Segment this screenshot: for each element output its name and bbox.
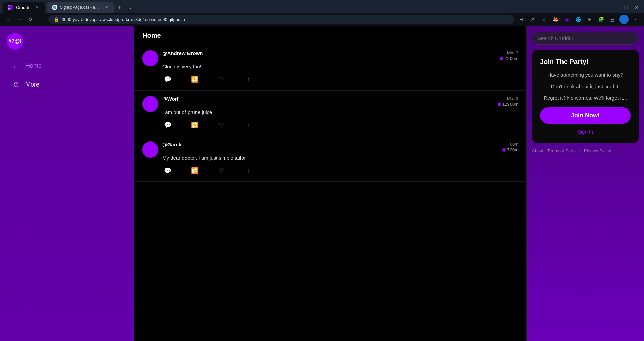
home-button[interactable]: ⌂ [36,15,46,24]
comment-button[interactable]: 💬 [162,120,173,130]
main-feed: Home @Andrew Brown Mar 3 7200m Cloud is … [134,26,527,341]
post-stats: 7200m [500,56,518,61]
more-icon: ⊙ [12,80,20,89]
sidebar: #?@! ⌂ Home ⊙ More [0,26,134,341]
share-button[interactable]: ↑ [243,74,254,85]
avatar [142,96,158,112]
menu-icon[interactable]: ⋮ [631,15,640,24]
avatar [142,50,158,66]
post-content: @Garek 60m 720m My dear doctor, I am jus… [162,141,518,176]
profile-icon[interactable]: 👤 [619,15,629,24]
bookmark-icon[interactable]: ☆ [539,15,549,24]
retweet-button[interactable]: 🔁 [189,74,200,85]
capture-icon[interactable]: ⊞ [585,15,594,24]
footer-link-terms[interactable]: Terms of Service [547,148,580,153]
post-actions: 💬 🔁 ♡ ↑ [162,120,518,130]
sidebar-item-more[interactable]: ⊙ More [7,76,127,93]
post-time: 60m [510,141,518,147]
post-author: @Garek [162,141,181,147]
tab-list-icon[interactable]: ⌄ [126,3,135,12]
join-now-button[interactable]: Join Now! [540,107,631,124]
tab-overflow: ⌄ [126,3,135,12]
post-content: @Andrew Brown Mar 3 7200m Cloud is very … [162,50,518,85]
join-card: Join The Party! Have something you want … [532,50,639,143]
sidebar-item-home[interactable]: ⌂ Home [7,58,127,74]
logo-text: #?@! [8,38,22,44]
stat-value: 12960m [502,102,518,107]
browser-chrome: #?@! Cruddur ✕ G SignupPage.css - aws-cl… [0,0,644,26]
stat-dot [498,103,501,106]
share-icon[interactable]: ↗ [528,15,537,24]
back-button[interactable]: ← [4,15,13,24]
post-text: My dear doctor, I am just simple tailor [162,154,518,161]
comment-button[interactable]: 💬 [162,74,173,85]
feed-header: Home [134,26,526,45]
post-meta: @Garek 60m 720m [162,141,518,152]
extension-icon-1[interactable]: 🦊 [551,15,560,24]
cruddur-favicon: #?@! [8,5,13,10]
right-sidebar: Join The Party! Have something you want … [527,26,644,341]
post-stats: 12960m [498,102,518,107]
avatar [142,141,158,158]
address-bar[interactable]: 🔒 3000-yaya2devops-awscloudpro-krhzi8dq1… [48,15,514,24]
post-time: Mar 3 [507,96,518,101]
post-stats: 720m [502,147,518,152]
extension-icon-3[interactable]: 🌐 [574,15,583,24]
share-button[interactable]: ↑ [243,120,254,130]
extension-icon-2[interactable]: ◉ [562,15,572,24]
translate-icon[interactable]: ⊟ [517,15,526,24]
post-text: I am out of prune juice [162,109,518,116]
reload-button[interactable]: ↻ [25,15,35,24]
join-desc-2: Don't think about it, just crud it! [540,82,631,91]
like-button[interactable]: ♡ [216,74,227,85]
retweet-button[interactable]: 🔁 [189,165,200,176]
post-card: @Garek 60m 720m My dear doctor, I am jus… [134,136,526,182]
post-card: @Worf Mar 3 12960m I am out of prune jui… [134,91,526,136]
post-card: @Andrew Brown Mar 3 7200m Cloud is very … [134,45,526,91]
post-time: Mar 3 [507,50,518,55]
app-logo[interactable]: #?@! [7,33,23,50]
sidebar-label-home: Home [25,62,42,69]
footer-link-privacy[interactable]: Privacy Policy [584,148,611,153]
retweet-button[interactable]: 🔁 [189,120,200,130]
window-controls: — □ ✕ [610,3,641,12]
stat-value: 720m [507,147,518,152]
address-bar-row: ← → ↻ ⌂ 🔒 3000-yaya2devops-awscloudpro-k… [0,13,644,26]
search-input[interactable] [532,32,639,45]
feed-title: Home [142,32,518,39]
join-description: Have something you want to say? Don't th… [540,71,631,102]
close-button[interactable]: ✕ [632,3,641,12]
new-tab-button[interactable]: + [115,3,124,12]
join-desc-1: Have something you want to say? [540,71,631,79]
minimize-button[interactable]: — [610,3,620,12]
maximize-button[interactable]: □ [621,3,631,12]
tab-cruddur[interactable]: #?@! Cruddur ✕ [3,2,45,13]
nav-buttons: ← → ↻ ⌂ [4,15,46,24]
tab-close-cruddur[interactable]: ✕ [35,5,40,10]
sidebar-toggle-icon[interactable]: ▤ [608,15,617,24]
sign-in-link[interactable]: Sign In [540,129,631,135]
extensions-icon[interactable]: 🧩 [596,15,606,24]
stat-dot [500,57,503,60]
join-desc-3: Regret it? No worries, We'll forget it..… [540,94,631,102]
signup-favicon: G [52,5,57,10]
comment-button[interactable]: 💬 [162,165,173,176]
address-text: 3000-yaya2devops-awscloudpro-krhzi8dq1oo… [62,17,185,22]
post-content: @Worf Mar 3 12960m I am out of prune jui… [162,96,518,130]
toolbar-right: ⊟ ↗ ☆ 🦊 ◉ 🌐 ⊞ 🧩 ▤ 👤 ⋮ [517,15,640,24]
forward-button[interactable]: → [15,15,24,24]
post-actions: 💬 🔁 ♡ ↑ [162,165,518,176]
stat-value: 7200m [505,56,518,61]
tab-signup[interactable]: G SignupPage.css - aws-cloud-pro ✕ [47,2,114,13]
like-button[interactable]: ♡ [216,120,227,130]
share-button[interactable]: ↑ [243,165,254,176]
like-button[interactable]: ♡ [216,165,227,176]
post-text: Cloud is very fun! [162,63,518,70]
post-actions: 💬 🔁 ♡ ↑ [162,74,518,85]
footer-links: About Terms of Service Privacy Policy [532,148,639,153]
post-time-info: Mar 3 12960m [498,96,518,107]
post-meta: @Andrew Brown Mar 3 7200m [162,50,518,61]
tab-close-signup[interactable]: ✕ [104,5,108,10]
footer-link-about[interactable]: About [532,148,543,153]
join-title: Join The Party! [540,58,631,66]
